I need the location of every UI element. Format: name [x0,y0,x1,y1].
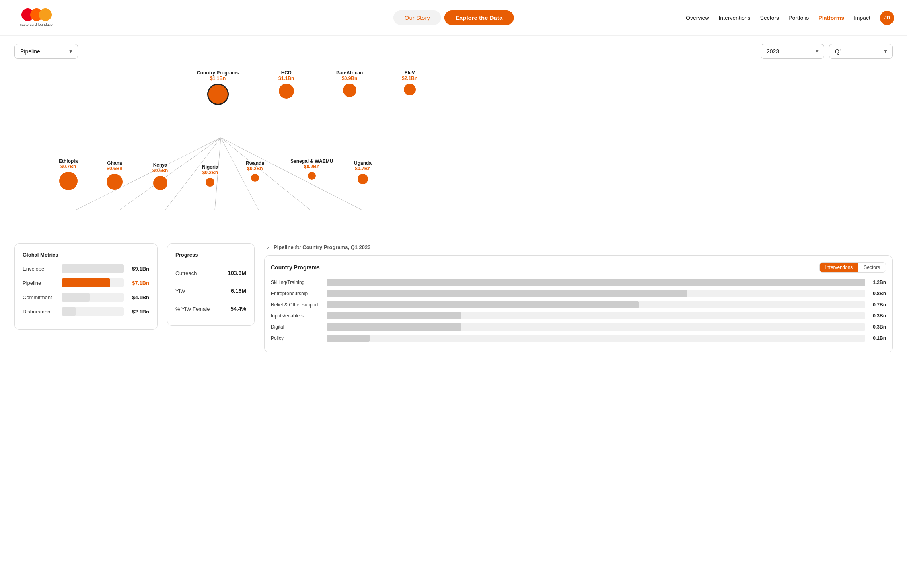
nav-portfolio[interactable]: Portfolio [788,15,809,21]
entrepreneurship-bar [327,290,687,297]
explore-data-button[interactable]: Explore the Data [444,10,514,25]
nav-sectors[interactable]: Sectors [760,15,779,21]
bubble-ethiopia[interactable] [59,172,78,190]
node-country-programs[interactable]: Country Programs $1.1Bn [197,70,239,105]
progress-card: Progress Outreach 103.6M YIW 6.16M % YIW… [167,243,255,326]
bubble-elev[interactable] [404,84,416,95]
quarter-filter-wrapper: Q1 Q2 Q3 Q4 ▼ [829,44,893,59]
bubble-rwanda[interactable] [251,174,259,182]
panel-tabs-row: Country Programs Interventions Sectors [271,262,886,273]
chart-area: Country Programs $1.1Bn HCD $1.1Bn Pan-A… [0,67,907,234]
progress-yiw-female: % YIW Female 54.4% [175,300,246,317]
commitment-bar-bg [62,293,124,302]
type-filter-wrapper: Pipeline Commitment Disbursment ▼ [14,44,78,59]
tab-interventions[interactable]: Interventions [820,263,858,272]
skilling-bar [327,279,865,286]
bubble-country-programs[interactable] [207,84,229,105]
metric-disbursment: Disbursment $2.1Bn [23,307,149,316]
nav-center: Our Story Explore the Data [393,10,514,25]
our-story-button[interactable]: Our Story [393,10,441,25]
quarter-filter[interactable]: Q1 Q2 Q3 Q4 [829,44,893,59]
metric-pipeline: Pipeline $7.1Bn [23,278,149,287]
intervention-skilling: Skilling/Training 1.2Bn [271,279,886,286]
filters-row: Pipeline Commitment Disbursment ▼ 2023 2… [0,36,907,67]
nav-platforms[interactable]: Platforms [818,15,844,21]
logo-yellow-circle [39,8,52,21]
nav-overview[interactable]: Overview [686,15,709,21]
bubble-ghana[interactable] [107,174,123,190]
right-panel: ⛉ Pipeline for Country Programs, Q1 2023… [264,243,893,352]
filter-icon: ⛉ [264,243,271,251]
disbursment-bar-bg [62,307,124,316]
panel-card: Country Programs Interventions Sectors S… [264,255,893,352]
global-metrics-card: Global Metrics Envelope $9.1Bn Pipeline … [14,243,158,330]
user-avatar[interactable]: JD [880,11,894,25]
pipeline-bar-bg [62,278,124,287]
header: mastercard foundation Our Story Explore … [0,0,907,36]
bubble-senegal[interactable] [308,172,316,180]
intervention-digital: Digital 0.3Bn [271,323,886,331]
right-filters: 2023 2022 2021 ▼ Q1 Q2 Q3 Q4 ▼ [761,44,893,59]
policy-bar [327,335,370,342]
intervention-entrepreneurship: Entrepreneurship 0.8Bn [271,290,886,297]
pipeline-bar-fill [62,278,110,287]
progress-outreach: Outreach 103.6M [175,264,246,282]
envelope-bar-bg [62,264,124,273]
node-elev[interactable]: EleV $2.1Bn [402,70,417,95]
year-filter[interactable]: 2023 2022 2021 [761,44,824,59]
node-rwanda[interactable]: Rwanda $0.2Bn [246,160,264,182]
commitment-bar-fill [62,293,90,302]
inputs-bar [327,312,461,319]
logo-circles [21,8,52,21]
nav-interventions[interactable]: Interventions [718,15,750,21]
tab-sectors[interactable]: Sectors [858,263,886,272]
tab-group: Interventions Sectors [819,262,886,273]
intervention-relief: Relief & Other support 0.7Bn [271,301,886,308]
node-kenya[interactable]: Kenya $0.6Bn [152,162,168,190]
node-pan-african[interactable]: Pan-African $0.9Bn [336,70,363,97]
disbursment-bar-fill [62,307,76,316]
progress-title: Progress [175,252,246,258]
envelope-bar-fill [62,264,124,273]
year-filter-wrapper: 2023 2022 2021 ▼ [761,44,824,59]
bubble-kenya[interactable] [153,176,167,190]
intervention-inputs: Inputs/enablers 0.3Bn [271,312,886,319]
node-senegal[interactable]: Senegal & WAEMU $0.2Bn [290,158,333,180]
metric-commitment: Commitment $4.1Bn [23,293,149,302]
node-ghana[interactable]: Ghana $0.6Bn [107,160,123,190]
panel-header: ⛉ Pipeline for Country Programs, Q1 2023 [264,243,893,251]
bubble-nigeria[interactable] [206,178,214,187]
panel-section-title: Country Programs [271,264,320,271]
svg-line-0 [76,138,221,210]
global-metrics-title: Global Metrics [23,252,149,258]
node-uganda[interactable]: Uganda $0.7Bn [354,160,372,184]
bottom-section: Global Metrics Envelope $9.1Bn Pipeline … [0,234,907,362]
progress-yiw: YIW 6.16M [175,282,246,300]
nav-impact[interactable]: Impact [854,15,870,21]
bubble-uganda[interactable] [358,174,368,184]
node-ethiopia[interactable]: Ethiopia $0.7Bn [59,158,78,190]
logo-text: mastercard foundation [19,23,54,27]
nav-right: Overview Interventions Sectors Portfolio… [686,11,894,25]
relief-bar [327,301,639,308]
digital-bar [327,323,461,331]
chart-lines [0,67,907,234]
metric-envelope: Envelope $9.1Bn [23,264,149,273]
bubble-pan-african[interactable] [343,84,356,97]
intervention-policy: Policy 0.1Bn [271,335,886,342]
logo: mastercard foundation [13,8,60,27]
type-filter[interactable]: Pipeline Commitment Disbursment [14,44,78,59]
bubble-hcd[interactable] [279,84,294,99]
panel-filter-label: Pipeline for Country Programs, Q1 2023 [274,244,371,250]
node-hcd[interactable]: HCD $1.1Bn [278,70,294,99]
node-nigeria[interactable]: Nigeria $0.2Bn [202,164,218,187]
